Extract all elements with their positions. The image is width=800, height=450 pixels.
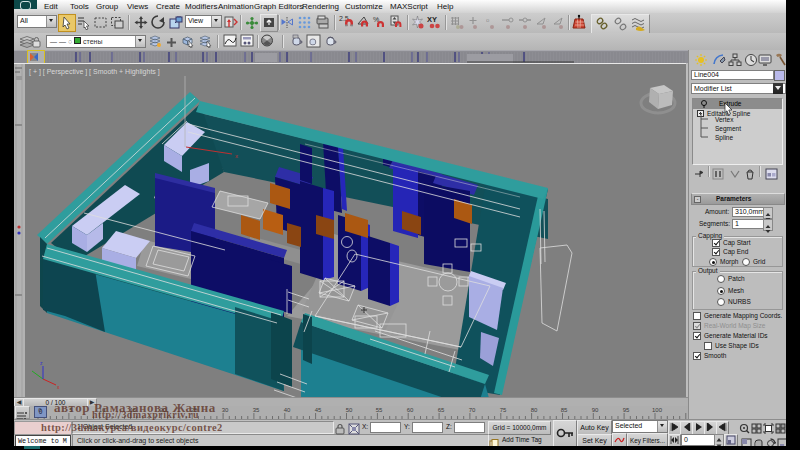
svg-text:x: x xyxy=(235,153,238,159)
svg-text:z: z xyxy=(40,360,43,366)
svg-text:XY: XY xyxy=(427,15,437,24)
svg-text:o: o xyxy=(486,17,490,23)
svg-text:x: x xyxy=(57,384,60,390)
